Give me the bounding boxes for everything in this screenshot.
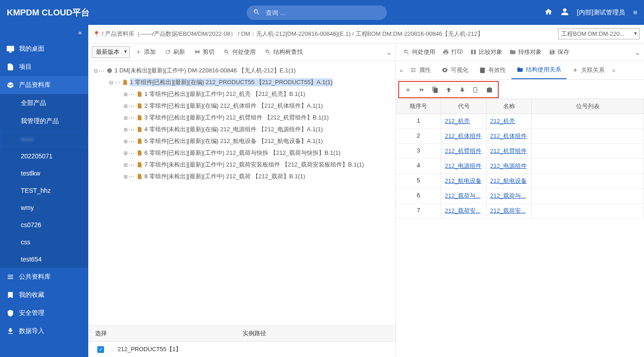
sidebar-sub-managed[interactable]: 我管理的产品 — [0, 112, 88, 130]
save-button[interactable]: 保存 — [545, 46, 573, 58]
name-link[interactable]: 212_机臂组件 — [490, 147, 528, 155]
instance-row[interactable]: ✓212_PRODUCT55【1】 — [88, 342, 396, 357]
name-link[interactable]: 212_载荷安... — [490, 207, 528, 215]
name-link[interactable]: 212_航电设备 — [490, 177, 528, 185]
header-right: [内部]测试管理员 ≡ — [544, 8, 637, 18]
tabs-prev-icon[interactable]: « — [398, 64, 405, 76]
sidebar-item-security[interactable]: 安全管理 — [0, 304, 88, 322]
plus-icon[interactable] — [401, 83, 414, 96]
grid-row[interactable]: 6212_载荷与...212_载荷与... — [396, 189, 644, 204]
tab-visual[interactable]: 可视化 — [436, 62, 474, 79]
grid-row[interactable]: 5212_航电设备212_航电设备 — [396, 174, 644, 189]
code-link[interactable]: 212_载荷与... — [445, 192, 482, 200]
name-link[interactable]: 212_载荷与... — [490, 192, 528, 200]
tree-node[interactable]: ⊞⋯3 零组件[已检出][最新](工作中) 212_机臂组件 【212_机臂组件… — [90, 112, 394, 124]
tabs-next-icon[interactable]: » — [610, 64, 617, 76]
sidebar-sub-8[interactable]: css — [0, 233, 88, 251]
structure-grid: 顺序号 代号 名称 位号列表 1212_机壳212_机壳2212_机体组件212… — [396, 99, 644, 219]
sidebar-item-desktop[interactable]: 我的桌面 — [0, 40, 88, 58]
grid-th-pos: 位号列表 — [532, 99, 644, 114]
right-toolbar-expand-icon[interactable]: ⌄ — [634, 48, 640, 57]
tree-node[interactable]: ⊞⋯1 零组件[已检出][最新](工作中) 212_机壳 【212_机壳】B.1… — [90, 88, 394, 100]
grid-th-code: 代号 — [441, 99, 487, 114]
left-toolbar: 最新版本 添加 刷新 剪切 何处使用 结构树查找 ⌄ — [88, 43, 396, 61]
sidebar-sub-blur[interactable]: —— — [0, 130, 88, 148]
version-select[interactable]: 最新版本 — [92, 46, 130, 58]
arrow-up-icon[interactable] — [442, 83, 455, 96]
copy-icon[interactable] — [429, 83, 441, 96]
grid-th-name: 名称 — [487, 99, 532, 114]
tree-node-selected[interactable]: ⊟⋯1 零组件[已检出][最新](在编) 212_PRODUCT55 【212_… — [90, 76, 394, 88]
tree-search-button[interactable]: 结构树查找 — [261, 46, 306, 58]
grid-row[interactable]: 2212_机体组件212_机体组件 — [396, 129, 644, 144]
search-icon — [253, 8, 260, 17]
name-link[interactable]: 212_机壳 — [490, 117, 528, 125]
home-icon[interactable] — [544, 8, 553, 18]
code-link[interactable]: 212_航电设备 — [445, 177, 482, 185]
where-used-button-r[interactable]: 何处使用 — [400, 46, 439, 58]
structure-action-toolbar — [399, 81, 498, 98]
right-toolbar: 何处使用 打印 比较对象 转移对象 保存 ⌄ — [396, 43, 644, 61]
instance-th-path: 实例路径 — [113, 326, 396, 341]
tree-node[interactable]: ⊞⋯5 零组件[已检出][最新](在编) 212_航电设备 【212_航电设备】… — [90, 135, 394, 147]
sidebar-item-product-lib[interactable]: 产品资料库 — [0, 76, 88, 94]
user-label[interactable]: [内部]测试管理员 — [577, 9, 625, 17]
sidebar-item-project[interactable]: 项目 — [0, 58, 88, 76]
sidebar-sub-6[interactable]: wmy — [0, 199, 88, 216]
name-link[interactable]: 212_机体组件 — [490, 132, 528, 140]
tab-properties[interactable]: 属性 — [405, 62, 436, 79]
sidebar-item-favorites[interactable]: 我的收藏 — [0, 286, 88, 304]
grid-row[interactable]: 3212_机臂组件212_机臂组件 — [396, 144, 644, 159]
duplicate-icon[interactable] — [469, 83, 482, 96]
grid-row[interactable]: 1212_机壳212_机壳 — [396, 114, 644, 129]
sidebar-sub-9[interactable]: test654 — [0, 251, 88, 268]
where-used-button[interactable]: 何处使用 — [220, 46, 259, 58]
code-link[interactable]: 212_机臂组件 — [445, 147, 482, 155]
grid-row[interactable]: 4212_电源组件212_电源组件 — [396, 159, 644, 174]
search-input[interactable] — [247, 5, 387, 20]
menu-icon[interactable]: ≡ — [633, 9, 637, 17]
tree-node[interactable]: ⊞⋯2 零组件[已检出][最新](在编) 212_机体组件 【212_机体组件】… — [90, 100, 394, 112]
sidebar-collapse-icon[interactable]: « — [0, 25, 88, 40]
name-link[interactable]: 212_电源组件 — [490, 162, 528, 170]
compare-button[interactable]: 比较对象 — [467, 46, 506, 58]
toolbar-expand-icon[interactable]: ⌄ — [386, 48, 392, 57]
cut-button[interactable]: 剪切 — [191, 46, 218, 58]
code-link[interactable]: 212_载荷安... — [445, 207, 482, 215]
breadcrumb-selector[interactable]: 工程BOM DM:DM-220... — [558, 29, 639, 39]
sidebar-sub-7[interactable]: cs0726 — [0, 216, 88, 233]
tab-validity[interactable]: 有效性 — [474, 62, 511, 79]
transfer-button[interactable]: 转移对象 — [506, 46, 545, 58]
paste-icon[interactable] — [483, 83, 496, 96]
double-arrow-icon[interactable] — [415, 83, 428, 96]
breadcrumb: 📍 / 产品资料库（——/产品数据/EBOM/DM/2022-08） / DM：… — [88, 25, 644, 43]
tree-node[interactable]: ⊞⋯4 零组件[未检出][最新](在编) 212_电源组件 【212_电源组件】… — [90, 124, 394, 135]
sidebar-sub-all[interactable]: 全部产品 — [0, 94, 88, 112]
tree-view[interactable]: ⊟⋯1 DM[未检出][最新](工作中) DM-220816-00846 【无人… — [88, 61, 396, 325]
tree-root[interactable]: ⊟⋯1 DM[未检出][最新](工作中) DM-220816-00846 【无人… — [90, 65, 394, 76]
sidebar-item-import[interactable]: 数据导入 — [0, 322, 88, 340]
tab-relations[interactable]: 关联关系 — [567, 62, 610, 79]
checkbox-icon[interactable]: ✓ — [97, 346, 104, 353]
arrow-down-icon[interactable] — [456, 83, 468, 96]
sidebar-sub-5[interactable]: TEST_hhz — [0, 182, 88, 199]
refresh-button[interactable]: 刷新 — [161, 46, 189, 58]
tree-node[interactable]: ⊞⋯6 零组件[已检出][最新](工作中) 212_载荷与快拆 【212_载荷与… — [90, 147, 394, 159]
tree-node[interactable]: ⊞⋯8 零组件[未检出][最新](工作中) 212_载荷 【212_载荷】B.1… — [90, 171, 394, 182]
sidebar-sub-3[interactable]: 202205071 — [0, 148, 88, 165]
add-button[interactable]: 添加 — [132, 46, 159, 58]
code-link[interactable]: 212_机壳 — [445, 117, 482, 125]
code-link[interactable]: 212_机体组件 — [445, 132, 482, 140]
code-link[interactable]: 212_电源组件 — [445, 162, 482, 170]
svg-point-0 — [107, 68, 112, 73]
grid-row[interactable]: 7212_载荷安...212_载荷安... — [396, 204, 644, 219]
sidebar-sub-4[interactable]: testlkw — [0, 165, 88, 182]
tab-structure-usage[interactable]: 结构使用关系 — [511, 61, 567, 79]
user-icon[interactable] — [561, 8, 569, 18]
search-wrap — [247, 5, 387, 20]
sidebar-item-public-lib[interactable]: 公共资料库 — [0, 268, 88, 286]
print-button[interactable]: 打印 — [439, 46, 467, 58]
breadcrumb-text[interactable]: / 产品资料库（——/产品数据/EBOM/DM/2022-08） / DM：无人… — [102, 30, 483, 38]
tree-node[interactable]: ⊞⋯7 零组件[未检出][最新](工作中) 212_载荷安装板组件 【212_载… — [90, 159, 394, 171]
location-pin-icon: 📍 — [93, 31, 100, 38]
